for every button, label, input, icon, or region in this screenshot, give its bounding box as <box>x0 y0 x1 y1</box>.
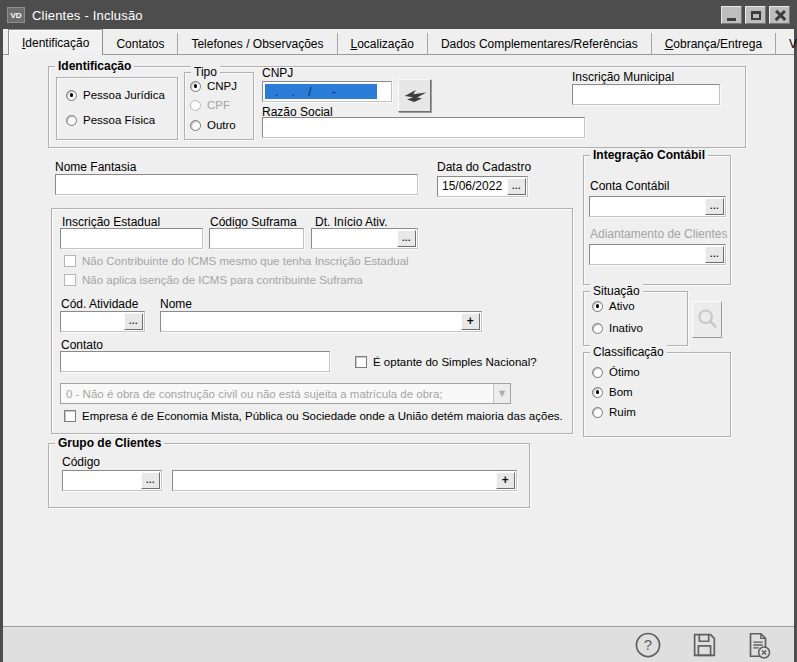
nome-fantasia-label: Nome Fantasia <box>55 160 136 174</box>
tab-identificacao[interactable]: Identificação <box>8 29 103 55</box>
tab-bar: Identificação Contatos Telefones / Obser… <box>3 29 794 55</box>
search-button-disabled <box>692 301 722 338</box>
inscricao-estadual-label: Inscrição Estadual <box>62 215 160 229</box>
atividade-nome-input[interactable]: + <box>160 311 482 332</box>
checkbox-disabled-icon <box>64 274 76 286</box>
situacao-inativo-radio[interactable]: Inativo <box>592 322 643 334</box>
tab-label: Contatos <box>116 37 164 51</box>
data-cadastro-label: Data do Cadastro <box>437 160 531 174</box>
cod-atividade-input[interactable]: ... <box>60 311 145 332</box>
ellipsis-icon: ... <box>710 250 719 260</box>
conta-contabil-input[interactable]: ... <box>589 196 726 217</box>
title-bar[interactable]: VD Clientes - Inclusão <box>3 3 794 27</box>
optante-simples-checkbox[interactable]: É optante do Simples Nacional? <box>355 356 537 368</box>
cnpj-mask-selection: . . / - <box>265 84 377 99</box>
adiantamento-lookup-button[interactable]: ... <box>705 246 724 263</box>
grupo-codigo-input[interactable]: ... <box>62 470 162 491</box>
situacao-inativo-label: Inativo <box>609 322 643 334</box>
economia-mista-label: Empresa é de Economia Mista, Pública ou … <box>82 410 563 422</box>
tab-telefones-observacoes[interactable]: Telefones / Observações <box>178 33 337 54</box>
magnifier-icon <box>695 306 719 334</box>
contato-input[interactable] <box>60 351 330 372</box>
cod-atividade-label: Cód. Atividade <box>61 297 138 311</box>
contato-label: Contato <box>61 338 103 352</box>
minimize-button[interactable] <box>721 6 742 24</box>
grupo-nome-input[interactable]: + <box>172 470 517 491</box>
radio-selected-icon <box>592 301 603 312</box>
tab-label: C <box>665 37 674 51</box>
tab-label: Telefones / Observações <box>191 37 323 51</box>
tab-localizacao[interactable]: Localização <box>338 33 428 54</box>
consultar-cnpj-receita-button[interactable] <box>398 79 431 112</box>
cod-atividade-lookup-button[interactable]: ... <box>124 313 143 330</box>
inscricao-estadual-input[interactable] <box>60 228 203 249</box>
classificacao-ruim-radio[interactable]: Ruim <box>592 406 636 418</box>
dt-inicio-picker-button[interactable]: ... <box>397 230 416 247</box>
tab-cobranca-entrega[interactable]: Cobrança/Entrega <box>652 33 776 54</box>
optante-simples-label: É optante do Simples Nacional? <box>373 356 537 368</box>
save-button[interactable] <box>688 629 720 661</box>
classificacao-bom-radio[interactable]: Bom <box>592 386 633 398</box>
tab-vendedores[interactable]: Vendedores <box>776 33 797 54</box>
maximize-button[interactable] <box>745 6 766 24</box>
grupo-codigo-label: Código <box>62 455 100 469</box>
tipo-outro-label: Outro <box>207 119 236 131</box>
inscricao-municipal-input[interactable] <box>572 84 720 105</box>
ellipsis-icon: ... <box>146 476 155 486</box>
cancel-button[interactable] <box>742 629 774 661</box>
classificacao-bom-label: Bom <box>609 386 633 398</box>
app-icon: VD <box>7 7 25 23</box>
tipo-cnpj-radio[interactable]: CNPJ <box>190 80 237 92</box>
tab-contatos[interactable]: Contatos <box>103 33 178 54</box>
close-icon <box>774 10 785 21</box>
tab-label: dentificação <box>25 36 89 50</box>
conta-contabil-lookup-button[interactable]: ... <box>705 198 724 215</box>
situacao-title: Situação <box>590 284 643 298</box>
app-window: VD Clientes - Inclusão Identificação Con… <box>0 0 797 662</box>
data-cadastro-input[interactable]: 15/06/2022 ... <box>437 176 528 197</box>
codigo-suframa-label: Código Suframa <box>210 215 297 229</box>
radio-icon <box>592 367 603 378</box>
atividade-nome-add-button[interactable]: + <box>461 313 480 330</box>
window-controls <box>721 6 790 24</box>
nao-aplica-isencao-checkbox: Não aplica isenção de ICMS para contribu… <box>64 274 363 286</box>
tab-dados-complementares[interactable]: Dados Complementares/Referências <box>428 33 652 54</box>
checkbox-disabled-icon <box>64 255 76 267</box>
save-floppy-icon <box>689 630 719 660</box>
receita-federal-logo-icon <box>402 86 428 106</box>
dt-inicio-ativ-input[interactable]: ... <box>311 228 418 249</box>
tipo-cpf-radio: CPF <box>190 99 230 111</box>
situacao-ativo-radio[interactable]: Ativo <box>592 300 635 312</box>
help-button[interactable]: ? <box>632 629 664 661</box>
pessoa-frame <box>56 77 178 140</box>
plus-icon: + <box>502 474 510 487</box>
adiantamento-clientes-label: Adiantamento de Clientes <box>590 227 727 241</box>
adiantamento-clientes-input[interactable]: ... <box>589 244 726 265</box>
pessoa-juridica-radio[interactable]: Pessoa Jurídica <box>66 89 165 101</box>
classificacao-otimo-label: Ótimo <box>609 366 640 378</box>
tipo-cpf-label: CPF <box>207 99 230 111</box>
radio-icon <box>592 323 603 334</box>
radio-icon <box>592 407 603 418</box>
classificacao-otimo-radio[interactable]: Ótimo <box>592 366 640 378</box>
pessoa-fisica-radio[interactable]: Pessoa Física <box>66 114 155 126</box>
grupo-codigo-lookup-button[interactable]: ... <box>141 472 160 489</box>
grupo-nome-add-button[interactable]: + <box>496 472 515 489</box>
svg-text:?: ? <box>644 636 652 653</box>
nome-fantasia-input[interactable] <box>55 174 418 195</box>
close-button[interactable] <box>769 6 790 24</box>
data-cadastro-picker-button[interactable]: ... <box>507 178 526 195</box>
tab-label: Vendedores <box>789 37 797 51</box>
tipo-outro-radio[interactable]: Outro <box>190 119 236 131</box>
atividade-nome-label: Nome <box>160 297 192 311</box>
radio-icon <box>66 115 77 126</box>
obra-construcao-select: 0 - Não é obra de construção civil ou nã… <box>60 383 511 404</box>
dt-inicio-ativ-label: Dt. Início Ativ. <box>315 215 387 229</box>
economia-mista-checkbox[interactable]: Empresa é de Economia Mista, Pública ou … <box>64 410 563 422</box>
razao-social-input[interactable] <box>262 117 585 138</box>
tipo-cnpj-label: CNPJ <box>207 80 237 92</box>
codigo-suframa-input[interactable] <box>209 228 304 249</box>
cnpj-input[interactable]: . . / - <box>262 81 392 102</box>
checkbox-icon <box>64 410 76 422</box>
tab-label: obrança/Entrega <box>673 37 762 51</box>
